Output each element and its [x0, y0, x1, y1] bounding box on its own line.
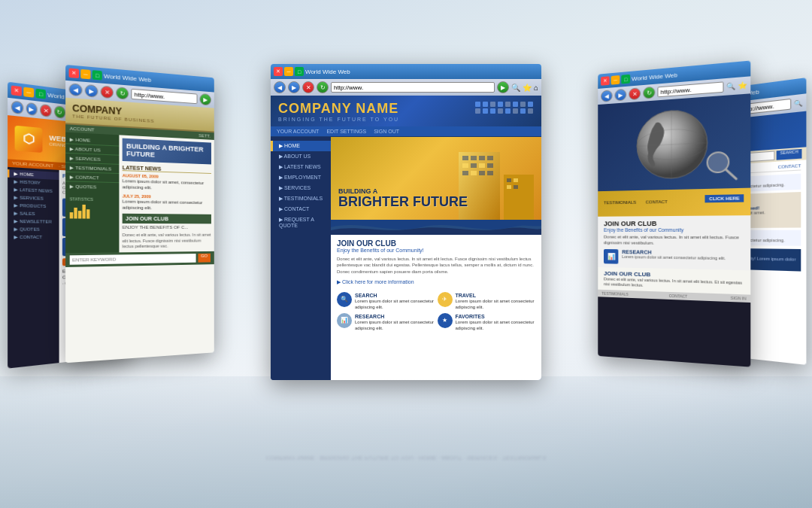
- hero-text-area: BUILDING A BRIGHTER FUTURE: [338, 187, 468, 208]
- globe-footer-signin[interactable]: SIGN IN: [731, 296, 747, 301]
- svg-rect-11: [479, 171, 485, 175]
- main-page-content: COMPANY NAME BRINGING THE FUTURE TO YOU: [271, 96, 541, 380]
- dot-9: [475, 108, 480, 114]
- min-btn-company[interactable]: ─: [80, 69, 90, 79]
- globe-nav-contact[interactable]: CONTACT: [646, 199, 668, 204]
- back-btn-main[interactable]: ◀: [274, 81, 286, 93]
- address-bar-main[interactable]: http://www.: [331, 82, 495, 93]
- stop-btn-main[interactable]: ✕: [302, 81, 314, 93]
- sidebar-news-main[interactable]: ▶ LATEST NEWS: [271, 162, 331, 172]
- back-btn-orange[interactable]: ◀: [11, 100, 23, 114]
- bar4: [82, 205, 85, 219]
- join-section: JOIN OUR CLUB Enjoy the Benefits of our …: [331, 235, 541, 290]
- close-btn-company[interactable]: ✕: [69, 68, 79, 79]
- globe-gray-section: JOIN OUR CLUB Enjoy the Benefits of our …: [598, 215, 750, 270]
- globe-footer-contact[interactable]: CONTACT: [669, 294, 688, 299]
- company-tagline-main: BRINGING THE FUTURE TO YOU: [278, 117, 534, 122]
- news-item-2: JULY 25, 2009 Lorem ipsum dolor sit amet…: [123, 193, 211, 211]
- dot-16: [528, 108, 533, 114]
- stop-btn-company[interactable]: ✕: [101, 86, 114, 99]
- research-text: Lorem ipsum dolor sit amet consectetur a…: [622, 254, 726, 261]
- hero-section: BUILDING A BRIGHTER FUTURE: [331, 137, 541, 220]
- max-btn-orange[interactable]: □: [35, 89, 46, 99]
- stop-btn-orange[interactable]: ✕: [40, 104, 51, 117]
- sidebar-testimonials-main[interactable]: ▶ TESTIMONIALS: [271, 193, 331, 204]
- svg-rect-16: [507, 185, 511, 189]
- far-right-search-button[interactable]: SEARCH: [777, 149, 802, 160]
- magnifier-svg: [704, 149, 738, 181]
- svg-rect-4: [487, 156, 493, 160]
- feature-travel-text: TRAVEL Lorem ipsum dolor sit amet consec…: [456, 292, 536, 311]
- fwd-btn-company[interactable]: ▶: [85, 84, 98, 98]
- reflection-overlay: [0, 376, 812, 508]
- sidebar-newsletter[interactable]: ▶ NEWSLETTER: [8, 217, 59, 226]
- close-btn-globe[interactable]: ✕: [601, 76, 610, 86]
- sidebar-employment-main[interactable]: ▶ EMPLOYMENT: [271, 172, 331, 183]
- news-section: LATEST NEWS AUGUST 05, 2009 Lorem ipsum …: [123, 165, 211, 211]
- globe-footer-testimonials[interactable]: TESTIMONIALS: [601, 291, 629, 297]
- globe-page-content: TESTIMONIALS CONTACT CLICK HERE JOIN OUR…: [598, 93, 750, 367]
- close-btn-main[interactable]: ✕: [274, 67, 283, 76]
- main-nav-signout[interactable]: SIGN OUT: [374, 129, 399, 134]
- feature-search: 🔍 SEARCH Lorem ipsum dolor sit amet cons…: [337, 292, 435, 311]
- company-nav-settings[interactable]: SETT.: [198, 133, 211, 138]
- search-icon-main[interactable]: 🔍: [511, 84, 520, 92]
- company-body: ▶ HOME ▶ ABOUT US ▶ SERVICES ▶ TESTIMONI…: [65, 132, 214, 253]
- join-more-link[interactable]: ▶ Click here for more information: [337, 279, 535, 285]
- search-icon-globe[interactable]: 🔍: [726, 82, 735, 90]
- globe-nav-testimonials[interactable]: TESTIMONIALS: [604, 200, 636, 205]
- globe-join-subtitle: Enjoy the Benefits of our Community: [604, 227, 744, 233]
- address-bar-globe[interactable]: http://www.: [657, 81, 723, 97]
- sidebar-request-quote-main[interactable]: ▶ REQUEST A QUOTE: [271, 214, 331, 230]
- fwd-btn-main[interactable]: ▶: [288, 81, 300, 93]
- max-btn-company[interactable]: □: [92, 70, 102, 80]
- sidebar-about-main[interactable]: ▶ ABOUT US: [271, 151, 331, 162]
- sidebar-contact-main[interactable]: ▶ CONTACT: [271, 204, 331, 214]
- sidebar-services-main[interactable]: ▶ SERVICES: [271, 183, 331, 193]
- fr-nav-contact[interactable]: CONTACT: [778, 163, 801, 169]
- fwd-btn-globe[interactable]: ▶: [614, 89, 626, 102]
- fwd-btn-orange[interactable]: ▶: [26, 102, 38, 116]
- address-bar-company[interactable]: http://www.: [131, 89, 197, 104]
- refresh-btn-orange[interactable]: ↻: [54, 105, 65, 119]
- back-btn-globe[interactable]: ◀: [601, 90, 612, 102]
- main-nav-settings[interactable]: EDIT SETTINGS: [326, 129, 366, 134]
- svg-rect-5: [462, 163, 468, 168]
- globe-join-title: JOIN OUR CLUB: [604, 219, 744, 227]
- bar3: [78, 211, 81, 218]
- sidebar-quotes[interactable]: ▶ QUOTES: [8, 225, 59, 233]
- go-btn-company[interactable]: ▶: [199, 93, 211, 106]
- sidebar-contact[interactable]: ▶ CONTACT: [8, 233, 59, 242]
- svg-rect-15: [514, 178, 518, 182]
- company-search-button[interactable]: GO: [198, 254, 211, 263]
- news-item-1: AUGUST 05, 2009 Lorem ipsum dolor sit am…: [123, 173, 211, 193]
- min-btn-main[interactable]: ─: [284, 67, 293, 76]
- min-btn-orange[interactable]: ─: [23, 87, 34, 98]
- sidebar-home-main[interactable]: ▶ HOME: [271, 141, 331, 151]
- company-nav-account[interactable]: ACCOUNT: [70, 126, 95, 132]
- refresh-btn-company[interactable]: ↻: [116, 87, 129, 99]
- star-icon-main[interactable]: ⭐: [523, 84, 532, 92]
- search-icon-far-right[interactable]: 🔍: [794, 99, 803, 108]
- max-btn-globe[interactable]: □: [621, 75, 630, 84]
- bar1: [70, 212, 73, 218]
- close-btn-orange[interactable]: ✕: [11, 85, 22, 96]
- min-btn-globe[interactable]: ─: [611, 75, 620, 85]
- stop-btn-globe[interactable]: ✕: [629, 87, 641, 100]
- header-dots-decoration: [475, 102, 534, 114]
- back-btn-company[interactable]: ◀: [69, 83, 83, 96]
- go-btn-main[interactable]: ▶: [497, 81, 509, 93]
- main-nav-account[interactable]: YOUR ACCOUNT: [277, 129, 319, 134]
- company-search-input[interactable]: [70, 254, 196, 265]
- orange-sidebar: ▶ HOME ▶ HISTORY ▶ LATEST NEWS ▶ SERVICE…: [8, 167, 59, 369]
- dot-14: [513, 108, 518, 114]
- company-menu-quotes[interactable]: ▶ QUOTES: [65, 181, 119, 191]
- svg-rect-1: [462, 156, 468, 160]
- max-btn-main[interactable]: □: [295, 67, 304, 76]
- svg-rect-0: [459, 152, 500, 220]
- star-icon-globe[interactable]: ⭐: [738, 81, 747, 90]
- refresh-btn-globe[interactable]: ↻: [643, 87, 655, 99]
- globe-cta-btn[interactable]: CLICK HERE: [705, 194, 744, 202]
- refresh-btn-main[interactable]: ↻: [317, 81, 329, 93]
- home-icon-main[interactable]: ⌂: [534, 84, 538, 92]
